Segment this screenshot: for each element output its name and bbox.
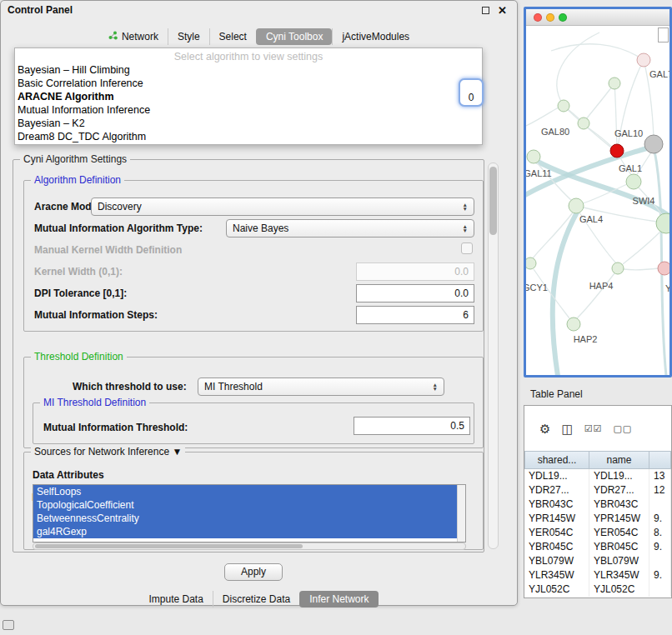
- algorithm-definition-title: Algorithm Definition: [31, 174, 124, 186]
- focused-spinner-fragment[interactable]: 0: [459, 78, 484, 107]
- close-panel-icon[interactable]: ✕: [498, 4, 507, 17]
- network-edge[interactable]: [588, 128, 613, 148]
- minimized-panel-icon[interactable]: [3, 620, 14, 630]
- close-window-icon[interactable]: [534, 13, 542, 22]
- network-edge[interactable]: [624, 268, 659, 270]
- table-row[interactable]: YPR145WYPR145W9.: [524, 512, 671, 526]
- network-node-gal4[interactable]: [569, 198, 584, 213]
- network-node-pink-top[interactable]: [637, 53, 650, 67]
- column-header-shared[interactable]: shared...: [524, 451, 589, 469]
- columns-icon[interactable]: ◫: [561, 422, 573, 435]
- node-label-gal11: GAL11: [526, 168, 552, 178]
- table-cell: YDL19...: [524, 469, 589, 483]
- table-cell: YBR043C: [589, 498, 649, 512]
- network-edge[interactable]: [553, 211, 578, 375]
- attribute-item-betweennesscentrality[interactable]: BetweennessCentrality: [33, 512, 457, 525]
- algorithm-option-basic-correlation-inference[interactable]: Basic Correlation Inference: [15, 77, 482, 90]
- birdseye-box[interactable]: [658, 28, 669, 42]
- settings-scrollbar[interactable]: [488, 162, 499, 549]
- algorithm-option-dream8-dc-tdc-algorithm[interactable]: Dream8 DC_TDC Algorithm: [15, 130, 482, 143]
- network-canvas[interactable]: GAL7GAL80GAL10GAL11GAL1SWI4GAL4GCY1HAP4H…: [526, 26, 669, 375]
- combo-arrows-icon: ▲▼: [433, 382, 438, 391]
- mi-type-select[interactable]: Naive Bayes ▲▼: [226, 219, 474, 238]
- network-node-hap4[interactable]: [612, 262, 624, 274]
- tab-jactivemodules[interactable]: jActiveModules: [332, 28, 419, 45]
- network-node-gal1[interactable]: [626, 174, 641, 189]
- column-header-2[interactable]: [649, 451, 671, 469]
- table-row[interactable]: YDL19...YDL19...13: [524, 469, 671, 483]
- zoom-window-icon[interactable]: [559, 13, 567, 22]
- table-row[interactable]: YDR27...YDR27...12: [524, 483, 671, 498]
- network-edge[interactable]: [536, 161, 669, 219]
- table-row[interactable]: YLR345WYLR345W9.: [524, 568, 671, 582]
- dpi-tolerance-field[interactable]: 0.0: [356, 284, 474, 302]
- network-edge[interactable]: [586, 83, 614, 119]
- tab-select[interactable]: Select: [209, 28, 256, 45]
- network-node-hap2[interactable]: [567, 318, 580, 331]
- column-header-name[interactable]: name: [589, 451, 649, 469]
- table-panel-window: ⚙ ◫ ☑☑ ▢▢ shared...name YDL19...YDL19...…: [524, 405, 672, 598]
- network-node-gal10-red[interactable]: [610, 144, 624, 158]
- which-threshold-select[interactable]: MI Threshold ▲▼: [198, 378, 444, 396]
- table-cell: YLR345W: [524, 568, 589, 582]
- mi-threshold-field[interactable]: 0.5: [354, 417, 470, 435]
- network-node-gal80[interactable]: [578, 118, 589, 129]
- algorithm-option-aracne-algorithm[interactable]: ARACNE Algorithm: [15, 90, 482, 103]
- network-tab-icon: [108, 31, 118, 42]
- attribute-item-gal4rgexp[interactable]: gal4RGexp: [33, 525, 457, 538]
- table-row[interactable]: YBR045CYBR045C9.: [524, 540, 671, 554]
- network-node-pink-right[interactable]: [658, 262, 669, 275]
- list-horizontal-scrollbar[interactable]: [33, 542, 466, 550]
- table-cell: YDR27...: [589, 483, 649, 498]
- node-label-gal1: GAL1: [619, 163, 642, 173]
- table-row[interactable]: YBL079WYBL079W: [524, 554, 671, 568]
- table-row[interactable]: YJL052CYJL052C: [524, 582, 671, 597]
- apply-button[interactable]: Apply: [224, 563, 283, 581]
- tab-impute-data[interactable]: Impute Data: [139, 591, 212, 608]
- attribute-item-topologicalcoefficient[interactable]: TopologicalCoefficient: [33, 498, 457, 512]
- mi-steps-label: Mutual Information Steps:: [34, 309, 158, 321]
- network-node-gal11[interactable]: [527, 150, 540, 163]
- network-node-gcy1[interactable]: [526, 258, 536, 269]
- sources-title[interactable]: Sources for Network Inference ▼: [31, 446, 185, 458]
- algorithm-option-mutual-information-inference[interactable]: Mutual Information Inference: [15, 103, 482, 117]
- gear-icon[interactable]: ⚙: [539, 422, 550, 435]
- table-cell: [649, 582, 671, 597]
- table-row[interactable]: YBR043CYBR043C: [524, 498, 671, 512]
- minimize-window-icon[interactable]: [546, 13, 554, 22]
- list-scrollbar[interactable]: [457, 485, 465, 542]
- mi-threshold-definition-group: MI Threshold Definition Mutual Informati…: [33, 402, 474, 444]
- float-panel-icon[interactable]: [482, 7, 489, 14]
- tab-cyni-toolbox[interactable]: Cyni Toolbox: [256, 28, 332, 45]
- node-label-gcy1: GCY1: [526, 282, 548, 292]
- network-node-gray-hub[interactable]: [644, 135, 663, 153]
- tab-infer-network[interactable]: Infer Network: [299, 591, 378, 608]
- mi-steps-field[interactable]: 6: [356, 306, 474, 324]
- control-panel-titlebar[interactable]: Control Panel ✕: [1, 1, 517, 19]
- network-edge[interactable]: [623, 231, 661, 264]
- kernel-width-field[interactable]: 0.0: [356, 262, 474, 281]
- combo-arrows-icon: ▲▼: [463, 224, 468, 232]
- network-window-titlebar[interactable]: [526, 9, 669, 26]
- manual-kernel-checkbox[interactable]: [461, 242, 473, 254]
- data-attributes-list[interactable]: SelfLoopsTopologicalCoefficientBetweenne…: [33, 484, 466, 542]
- algorithm-option-bayesian-k2[interactable]: Bayesian – K2: [15, 117, 482, 130]
- tab-discretize-data[interactable]: Discretize Data: [213, 591, 299, 608]
- network-node-green-b[interactable]: [558, 100, 569, 112]
- deselect-all-checkboxes-icon[interactable]: ▢▢: [613, 422, 632, 435]
- node-label-gal10: GAL10: [614, 128, 643, 138]
- tab-network[interactable]: Network: [99, 28, 168, 45]
- dpi-tolerance-label: DPI Tolerance [0,1]:: [34, 288, 127, 299]
- network-edge[interactable]: [551, 44, 644, 60]
- table-cell: YBR043C: [524, 498, 589, 512]
- algorithm-option-bayesian-hill-climbing[interactable]: Bayesian – Hill Climbing: [15, 63, 482, 77]
- network-node-big-green[interactable]: [656, 213, 669, 233]
- table-row[interactable]: YER054CYER054C8.: [524, 526, 671, 540]
- kernel-width-label: Kernel Width (0,1):: [34, 266, 123, 278]
- tab-style[interactable]: Style: [168, 28, 209, 45]
- network-node-green-a[interactable]: [609, 78, 620, 89]
- attribute-item-selfloops[interactable]: SelfLoops: [33, 485, 457, 498]
- select-all-checkboxes-icon[interactable]: ☑☑: [584, 422, 603, 435]
- aracne-mode-select[interactable]: Discovery ▲▼: [91, 198, 474, 216]
- network-edge[interactable]: [526, 107, 560, 126]
